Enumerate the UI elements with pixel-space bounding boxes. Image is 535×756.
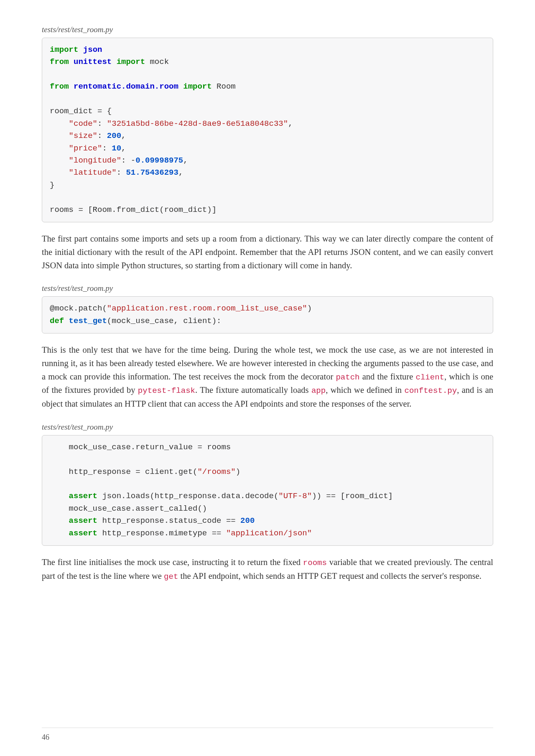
- paragraph-2: This is the only test that we have for t…: [42, 344, 493, 410]
- code-text: ): [307, 304, 312, 313]
- file-path-1: tests/rest/test_room.py: [42, 25, 493, 34]
- dict-val: 0.09998975: [135, 156, 183, 165]
- number: 200: [240, 516, 255, 525]
- func-name: test_get: [64, 316, 107, 326]
- code-text: http_response.status_code ==: [97, 516, 240, 525]
- code-text: :: [102, 144, 112, 153]
- code-text: ,: [183, 156, 188, 165]
- token-mock: mock: [150, 57, 169, 66]
- code-text: http_response.mimetype ==: [97, 529, 226, 538]
- module-json: json: [83, 45, 102, 54]
- kw-import: import: [50, 45, 78, 54]
- code-block-1: import json from unittest import mock fr…: [42, 38, 493, 222]
- file-path-3: tests/rest/test_room.py: [42, 423, 493, 432]
- paragraph-1: The first part contains some imports and…: [42, 232, 493, 272]
- kw-assert: assert: [50, 491, 97, 501]
- dict-key: "price": [50, 144, 102, 153]
- dict-val: 200: [107, 131, 121, 140]
- code-text: )) == [room_dict]: [312, 491, 393, 501]
- inline-code-conftest: conftest.py: [404, 386, 457, 395]
- inline-code-patch: patch: [336, 373, 359, 382]
- inline-code-get: get: [164, 572, 178, 581]
- inline-code-app: app: [311, 386, 326, 395]
- code-text: ,: [121, 144, 126, 153]
- p2-text: and the fixture: [360, 372, 416, 381]
- kw-from: from: [50, 57, 69, 66]
- kw-assert: assert: [50, 516, 97, 525]
- module-path: rentomatic.domain.room: [74, 82, 178, 91]
- code-line: room_dict = {: [50, 107, 112, 116]
- string: "application/json": [226, 529, 312, 538]
- dict-key: "size": [50, 131, 97, 140]
- kw-from: from: [50, 82, 69, 91]
- code-text: @mock.patch(: [50, 304, 107, 313]
- dict-key: "longitude": [50, 156, 121, 165]
- code-line: mock_use_case.assert_called(): [50, 504, 207, 513]
- code-line: mock_use_case.return_value = rooms: [50, 443, 231, 452]
- code-text: :: [97, 131, 107, 140]
- dict-key: "code": [50, 119, 97, 128]
- dict-val: "3251a5bd-86be-428d-8ae9-6e51a8048c33": [107, 119, 288, 128]
- token-room: Room: [217, 82, 236, 91]
- dict-val: 10: [112, 144, 121, 153]
- code-block-3: mock_use_case.return_value = rooms http_…: [42, 435, 493, 546]
- code-text: http_response = client.get(: [50, 467, 197, 476]
- page-number: 46: [42, 728, 493, 742]
- code-line: rooms = [Room.from_dict(room_dict)]: [50, 205, 217, 214]
- inline-code-pytest-flask: pytest-flask: [138, 386, 195, 395]
- code-block-2: @mock.patch("application.rest.room.room_…: [42, 296, 493, 333]
- string: "application.rest.room.room_list_use_cas…: [107, 304, 307, 313]
- dict-val: 51.75436293: [126, 168, 178, 177]
- p3-text: The first line initialises the mock use …: [42, 557, 303, 567]
- code-text: : -: [121, 156, 135, 165]
- code-line: }: [50, 181, 54, 190]
- string: "UTF-8": [278, 491, 312, 501]
- inline-code-client: client: [415, 373, 444, 382]
- kw-import: import: [183, 82, 211, 91]
- file-path-2: tests/rest/test_room.py: [42, 284, 493, 293]
- code-text: ,: [288, 119, 293, 128]
- code-text: (mock_use_case, client):: [107, 316, 222, 326]
- inline-code-rooms: rooms: [303, 558, 327, 568]
- code-text: ,: [121, 131, 126, 140]
- p2-text: , which we defined in: [326, 385, 404, 395]
- code-text: ,: [178, 168, 183, 177]
- page: tests/rest/test_room.py import json from…: [0, 0, 535, 756]
- paragraph-3: The first line initialises the mock use …: [42, 556, 493, 583]
- code-text: :: [97, 119, 107, 128]
- string: "/rooms": [197, 467, 235, 476]
- kw-import: import: [117, 57, 145, 66]
- dict-key: "latitude": [50, 168, 117, 177]
- code-text: ): [236, 467, 240, 476]
- kw-assert: assert: [50, 529, 97, 538]
- p2-text: . The fixture automatically loads: [195, 385, 311, 395]
- code-text: :: [117, 168, 126, 177]
- module-unittest: unittest: [74, 57, 112, 66]
- code-text: json.loads(http_response.data.decode(: [97, 491, 278, 501]
- p3-text: the API endpoint, which sends an HTTP GE…: [178, 571, 482, 580]
- kw-def: def: [50, 316, 64, 326]
